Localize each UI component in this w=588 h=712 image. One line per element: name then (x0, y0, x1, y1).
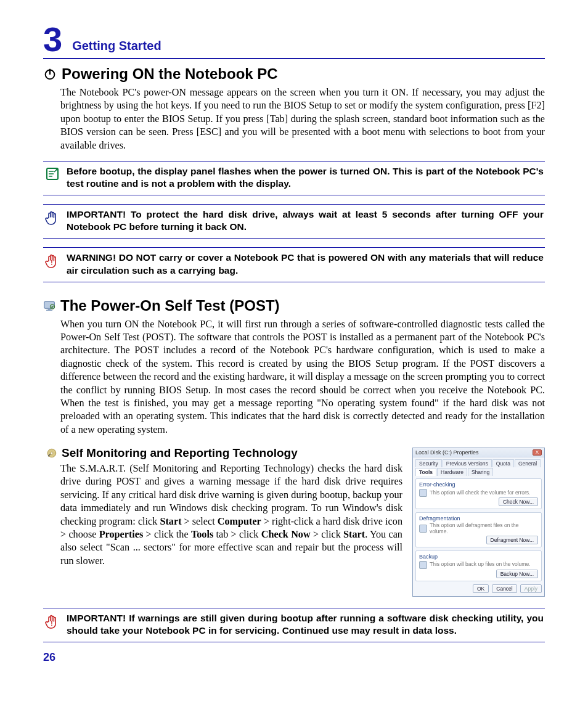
tab-quota[interactable]: Quota (492, 459, 514, 467)
display-icon (43, 300, 55, 312)
section-post: The Power-On Self Test (POST) When you t… (43, 297, 545, 436)
defragment-now-button[interactable]: Defragment Now... (486, 536, 538, 544)
tab-security[interactable]: Security (415, 459, 442, 467)
body-smart: The S.M.A.R.T. (Self Monitoring and Repo… (60, 462, 402, 568)
body-powering-on: The Notebook PC's power-ON message appea… (60, 86, 545, 152)
sep4: tab > click (213, 529, 261, 540)
sep3: > click the (143, 529, 191, 540)
chapter-title: Getting Started (72, 39, 161, 57)
note-icon (45, 166, 60, 181)
backup-icon (419, 561, 427, 569)
svg-rect-5 (48, 309, 51, 310)
disk-properties-dialog: Local Disk (C:) Properties X Security Pr… (412, 448, 545, 597)
callout-warning-text: WARNING! DO NOT carry or cover a Noteboo… (67, 252, 544, 276)
kw-start: Start (160, 516, 181, 527)
kw-tools: Tools (191, 529, 213, 540)
callout-important-hdd: IMPORTANT! To protect the hard disk driv… (43, 204, 545, 239)
group-title-defrag: Defragmentation (419, 515, 538, 522)
svg-text:!: ! (51, 260, 52, 266)
defrag-text: This option will defragment files on the… (430, 523, 538, 535)
group-error-checking: Error-checking This option will check th… (415, 478, 542, 509)
defrag-icon (419, 525, 427, 533)
heading-powering-on: Powering ON the Notebook PC (62, 65, 278, 83)
errcheck-icon (419, 489, 427, 497)
close-icon[interactable]: X (533, 449, 542, 456)
svg-rect-6 (46, 309, 52, 310)
dialog-tabstrip: Security Previous Versions Quota General… (415, 459, 542, 476)
check-now-button[interactable]: Check Now... (499, 497, 538, 506)
tab-sharing[interactable]: Sharing (468, 468, 493, 476)
chapter-number: 3 (43, 22, 62, 57)
cancel-button[interactable]: Cancel (492, 584, 517, 593)
power-icon (43, 67, 57, 81)
tab-hardware[interactable]: Hardware (437, 468, 467, 476)
dialog-title-text: Local Disk (C:) Properties (415, 449, 479, 456)
page-number: 26 (43, 651, 55, 664)
hand-stop-icon (45, 210, 60, 227)
callout-important-servicing-text: IMPORTANT! If warnings are still given d… (67, 612, 544, 637)
heading-post: The Power-On Self Test (POST) (60, 297, 280, 314)
backup-now-button[interactable]: Backup Now... (496, 570, 538, 578)
errcheck-text: This option will check the volume for er… (430, 490, 538, 496)
svg-text:!: ! (51, 620, 52, 627)
sep5: > click (311, 529, 344, 540)
dialog-titlebar: Local Disk (C:) Properties X (413, 448, 544, 457)
callout-note: Before bootup, the display panel flashes… (43, 161, 545, 195)
kw-checknow: Check Now (261, 529, 311, 540)
group-title-errcheck: Error-checking (419, 481, 538, 488)
tab-previous-versions[interactable]: Previous Versions (443, 459, 492, 467)
chapter-header: 3 Getting Started (43, 22, 545, 59)
callout-important-servicing: ! IMPORTANT! If warnings are still given… (43, 608, 545, 642)
heading-smart: Self Monitoring and Reporting Technology (62, 446, 298, 460)
section-powering-on: Powering ON the Notebook PC The Notebook… (43, 65, 545, 152)
ok-button[interactable]: OK (473, 584, 489, 593)
apply-button[interactable]: Apply (520, 584, 542, 593)
kw-computer: Computer (218, 516, 261, 527)
sep1: > select (182, 516, 218, 527)
dialog-button-row: OK Cancel Apply (415, 584, 542, 593)
disk-icon (46, 448, 57, 459)
hand-warning-icon: ! (45, 613, 60, 631)
group-backup: Backup This option will back up files on… (415, 550, 542, 581)
kw-start2: Start (343, 529, 365, 540)
svg-point-9 (51, 452, 53, 454)
tab-tools[interactable]: Tools (415, 468, 436, 476)
group-title-backup: Backup (419, 554, 538, 560)
group-defrag: Defragmentation This option will defragm… (415, 512, 542, 547)
callout-note-text: Before bootup, the display panel flashes… (67, 165, 544, 190)
kw-properties: Properties (99, 529, 144, 540)
callout-important-hdd-text: IMPORTANT! To protect the hard disk driv… (67, 208, 544, 233)
hand-warning-icon: ! (45, 253, 60, 270)
smart-block: The S.M.A.R.T. (Self Monitoring and Repo… (43, 462, 545, 597)
body-post: When you turn ON the Notebook PC, it wil… (60, 318, 545, 436)
tab-general[interactable]: General (515, 459, 541, 467)
callout-warning: ! WARNING! DO NOT carry or cover a Noteb… (43, 247, 545, 282)
backup-text: This option will back up files on the vo… (430, 562, 538, 568)
